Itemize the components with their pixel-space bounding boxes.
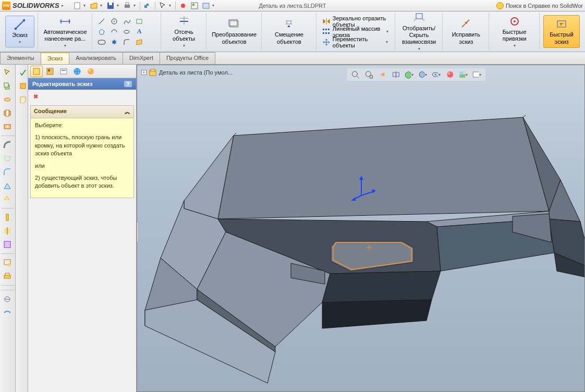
drop-icon[interactable]: ▾ bbox=[169, 3, 173, 8]
it-ok[interactable] bbox=[17, 67, 29, 78]
ft-fillet[interactable] bbox=[1, 166, 14, 178]
rect-tool[interactable] bbox=[133, 17, 145, 26]
model-3d[interactable] bbox=[137, 65, 585, 392]
zoom-fit[interactable] bbox=[350, 69, 360, 80]
ft-revolve[interactable] bbox=[1, 94, 14, 105]
view-settings[interactable]: ▾ bbox=[472, 69, 482, 80]
spline-tool[interactable] bbox=[121, 17, 132, 26]
move-button[interactable]: Переместить объекты▾ bbox=[320, 37, 392, 47]
ft-draft[interactable] bbox=[1, 239, 14, 250]
slot-tool[interactable] bbox=[96, 38, 107, 47]
help-search[interactable]: Поиск в Справке по SolidWor bbox=[496, 2, 583, 9]
view-triad[interactable] bbox=[351, 175, 377, 201]
move-icon bbox=[322, 38, 331, 46]
circle-tool[interactable] bbox=[108, 27, 120, 36]
prop-tab-filter[interactable] bbox=[71, 66, 83, 77]
trim-button[interactable]: Отсечь объекты ▾ bbox=[165, 13, 203, 51]
ft-wrap[interactable] bbox=[1, 293, 14, 305]
plane-tool[interactable] bbox=[133, 38, 145, 47]
offset-button[interactable]: Смещение объектов bbox=[265, 16, 313, 47]
fillet-tool[interactable] bbox=[121, 38, 132, 47]
quick-snaps-button[interactable]: Быстрые привязки ▾ bbox=[493, 13, 536, 51]
open-button[interactable] bbox=[89, 1, 99, 10]
ft-shell[interactable] bbox=[1, 193, 14, 205]
print-button[interactable] bbox=[122, 1, 132, 10]
drop-icon[interactable]: ▾ bbox=[100, 3, 104, 8]
it-dim[interactable] bbox=[17, 80, 29, 92]
drop-icon[interactable]: ▾ bbox=[212, 3, 216, 8]
settings-button[interactable] bbox=[201, 1, 211, 10]
hide-show[interactable]: ▾ bbox=[431, 69, 442, 80]
splitter-handle[interactable] bbox=[137, 222, 139, 242]
ft-cut[interactable] bbox=[1, 107, 14, 119]
svg-marker-15 bbox=[99, 29, 104, 34]
apply-scene[interactable]: ▾ bbox=[458, 69, 469, 80]
ft-sheet1[interactable] bbox=[1, 257, 14, 268]
drop-icon: ▾ bbox=[417, 46, 421, 52]
drop-icon: ▾ bbox=[386, 29, 389, 34]
ft-hole[interactable] bbox=[1, 121, 14, 132]
save-button[interactable] bbox=[105, 1, 116, 10]
polygon-tool[interactable] bbox=[96, 27, 107, 36]
ft-pattern[interactable] bbox=[1, 212, 14, 223]
linear-pattern-button[interactable]: Линейный массив эскиза▾ bbox=[320, 27, 392, 37]
edit-appearance[interactable] bbox=[445, 69, 455, 80]
tab-office[interactable]: Продукты Office bbox=[160, 52, 215, 64]
svg-line-11 bbox=[99, 19, 104, 24]
mirror-button[interactable]: Зеркально отразить объекты bbox=[320, 16, 392, 27]
display-style[interactable]: ▾ bbox=[418, 69, 428, 80]
ft-curve[interactable] bbox=[1, 307, 14, 318]
options-button[interactable] bbox=[189, 1, 200, 10]
new-button[interactable] bbox=[72, 1, 82, 10]
tab-dimxpert[interactable]: DimXpert bbox=[123, 52, 160, 64]
section-view[interactable] bbox=[391, 69, 401, 80]
viewport[interactable]: + Деталь из листа (По умол... ▾ ▾ ▾ ▾ ▾ bbox=[137, 65, 585, 392]
ft-extrude[interactable] bbox=[1, 80, 14, 92]
tab-elements[interactable]: Элементы bbox=[0, 52, 41, 64]
arc-tool[interactable] bbox=[108, 17, 120, 26]
drop-icon[interactable]: ▾ bbox=[133, 3, 138, 8]
rebuild-button[interactable] bbox=[178, 1, 188, 10]
ft-rib[interactable] bbox=[1, 180, 14, 191]
collapse-icon[interactable]: ︽ bbox=[125, 108, 130, 116]
tab-sketch[interactable]: Эскиз bbox=[41, 52, 69, 64]
message-header[interactable]: Сообщение ︽ bbox=[31, 106, 133, 118]
zoom-area[interactable] bbox=[363, 69, 374, 80]
line-tool[interactable] bbox=[96, 17, 107, 26]
undo-button[interactable] bbox=[142, 1, 153, 10]
it-note[interactable] bbox=[17, 94, 29, 105]
drop-icon[interactable]: ▾ bbox=[117, 3, 121, 8]
ft-loft[interactable] bbox=[1, 153, 14, 164]
view-orient[interactable]: ▾ bbox=[404, 69, 415, 80]
app-menu-drop[interactable]: ▸ bbox=[62, 3, 66, 8]
prev-view[interactable] bbox=[377, 69, 387, 80]
ft-select[interactable] bbox=[1, 67, 14, 78]
prop-tab-display[interactable] bbox=[57, 66, 70, 77]
svg-point-73 bbox=[447, 71, 453, 78]
prop-tab-appear[interactable] bbox=[84, 66, 97, 77]
prop-tab-feature[interactable] bbox=[30, 66, 43, 77]
show-hide-relations-button[interactable]: Отобразить/Скрыть взаимосвязи ▾ bbox=[399, 9, 440, 54]
select-button[interactable] bbox=[157, 1, 168, 10]
ellipse-tool[interactable] bbox=[121, 27, 132, 36]
auto-dimension-button[interactable]: Автоматическое нанесение ра... ▾ bbox=[42, 13, 89, 51]
prop-help[interactable]: ? bbox=[124, 81, 132, 87]
drop-icon[interactable]: ▾ bbox=[83, 3, 88, 8]
entities-more[interactable] bbox=[146, 17, 157, 26]
ft-sheet2[interactable] bbox=[1, 271, 14, 282]
repair-sketch-button[interactable]: Исправить эскиз bbox=[446, 16, 485, 47]
svg-rect-52 bbox=[20, 83, 26, 89]
expand-icon[interactable]: + bbox=[141, 70, 147, 75]
point-tool[interactable]: ✱ bbox=[108, 38, 120, 47]
tab-analyze[interactable]: Анализировать bbox=[69, 52, 123, 64]
prop-close-row: ✖ bbox=[28, 90, 136, 103]
ft-sweep[interactable] bbox=[1, 139, 14, 151]
ft-mirror[interactable] bbox=[1, 225, 14, 237]
rapid-sketch-button[interactable]: Быстрый эскиз bbox=[543, 15, 580, 47]
breadcrumb[interactable]: + Деталь из листа (По умол... bbox=[141, 68, 233, 77]
prop-cancel[interactable]: ✖ bbox=[30, 92, 41, 101]
prop-tab-config[interactable] bbox=[44, 66, 56, 77]
text-tool[interactable]: A bbox=[133, 27, 145, 36]
sketch-button[interactable]: Эскиз ▾ bbox=[5, 16, 34, 47]
convert-button[interactable]: Преобразование объектов bbox=[210, 16, 258, 47]
